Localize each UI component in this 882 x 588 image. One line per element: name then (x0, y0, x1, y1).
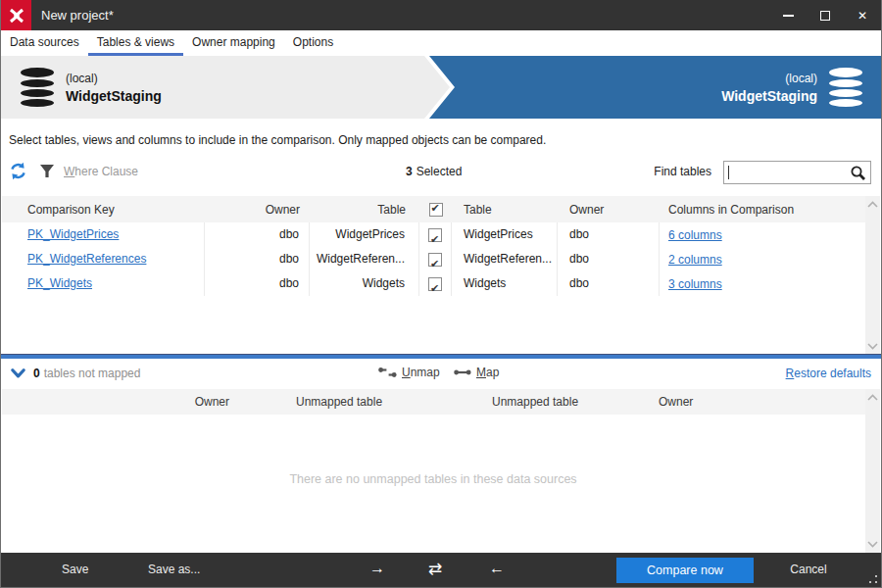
empty-unmapped-message: There are no unmapped tables in these da… (1, 472, 865, 486)
where-clause-link[interactable]: Where Clause (64, 165, 138, 178)
maximize-button[interactable] (807, 0, 844, 30)
header-comparison-key[interactable]: Comparison Key (2, 203, 205, 217)
tab-bar: Data sources Tables & views Owner mappin… (1, 30, 881, 56)
tab-tables-views[interactable]: Tables & views (88, 30, 183, 56)
table-row[interactable]: PK_WidgetReferences dbo WidgetReferen...… (2, 247, 865, 271)
owner-cell: dbo (558, 271, 660, 296)
not-mapped-number: 0 (33, 367, 40, 380)
owner-cell: dbo (205, 271, 310, 296)
maximize-icon (820, 11, 830, 21)
tab-data-sources[interactable]: Data sources (1, 30, 88, 56)
comparison-key-link[interactable]: PK_WidgetPrices (27, 227, 119, 241)
columns-link[interactable]: 3 columns (668, 277, 722, 291)
owner-cell: dbo (205, 222, 310, 247)
target-server: (local) (721, 70, 817, 87)
header-table-right[interactable]: Table (452, 203, 558, 217)
save-as-button[interactable]: Save as... (148, 563, 200, 576)
find-tables-label: Find tables (589, 165, 711, 178)
table-cell: WidgetReferen... (310, 247, 419, 271)
save-button[interactable]: Save (62, 563, 88, 576)
minimize-button[interactable] (769, 0, 807, 30)
owner-cell: dbo (558, 247, 660, 271)
table-cell: WidgetPrices (310, 222, 419, 247)
comparison-grid: Comparison Key Owner Table Table Owner C… (2, 196, 865, 296)
datasource-banner: (local) WidgetStaging (local) WidgetStag… (1, 56, 881, 119)
selected-count-number: 3 (406, 165, 413, 178)
tab-options[interactable]: Options (284, 30, 342, 56)
scrollbar[interactable] (865, 389, 880, 553)
swap-direction-icon[interactable]: ⇄ (428, 559, 442, 579)
title-bar: New project* ✕ (1, 0, 881, 30)
chevron-down-icon[interactable] (867, 342, 878, 350)
select-all-checkbox[interactable] (429, 203, 443, 217)
compare-glyph-icon (7, 6, 26, 25)
table-row[interactable]: PK_WidgetPrices dbo WidgetPrices WidgetP… (2, 222, 865, 247)
database-icon (21, 68, 54, 107)
not-mapped-label: tables not mapped (44, 367, 141, 380)
owner-cell: dbo (558, 222, 660, 247)
link-icon (454, 366, 471, 379)
unmapped-grid-header: Owner Unmapped table Unmapped table Owne… (2, 389, 865, 415)
columns-link[interactable]: 2 columns (668, 253, 722, 267)
chevron-up-icon[interactable] (867, 201, 878, 209)
selected-count: 3Selected (406, 165, 462, 178)
unmap-label: Unmap (402, 366, 440, 379)
table-cell: WidgetReferen... (452, 247, 558, 271)
refresh-icon[interactable] (9, 162, 27, 180)
search-icon[interactable] (850, 165, 866, 181)
database-icon (829, 68, 862, 107)
comparison-grid-header: Comparison Key Owner Table Table Owner C… (2, 196, 865, 222)
row-checkbox[interactable] (428, 253, 442, 267)
table-cell: Widgets (310, 271, 419, 296)
minimize-icon (783, 15, 794, 17)
row-checkbox[interactable] (428, 228, 442, 242)
close-button[interactable]: ✕ (844, 0, 881, 30)
chevron-down-icon[interactable] (867, 540, 878, 548)
not-mapped-count: 0tables not mapped (33, 367, 140, 380)
header-unmapped-table-right[interactable]: Unmapped table (492, 395, 578, 409)
expander-chevron-down-icon[interactable] (11, 368, 25, 379)
app-logo-icon (1, 0, 31, 30)
header-unmapped-table-left[interactable]: Unmapped table (296, 395, 382, 409)
cancel-button[interactable]: Cancel (781, 563, 836, 576)
sync-left-arrow-icon[interactable]: ← (489, 560, 505, 577)
text-caret (728, 166, 729, 179)
target-database: WidgetStaging (721, 87, 817, 105)
table-row[interactable]: PK_Widgets dbo Widgets Widgets dbo 3 col… (2, 271, 865, 296)
tab-owner-mapping[interactable]: Owner mapping (183, 30, 284, 56)
header-unmapped-owner-right[interactable]: Owner (659, 395, 693, 409)
sync-right-arrow-icon[interactable]: → (369, 560, 385, 577)
source-database: WidgetStaging (66, 87, 162, 105)
compare-now-button[interactable]: Compare now (616, 558, 754, 583)
header-owner-left[interactable]: Owner (205, 203, 310, 217)
header-columns-in-comparison[interactable]: Columns in Comparison (660, 203, 865, 217)
footer-bar: Save Save as... → ⇄ ← Compare now Cancel (1, 553, 881, 587)
table-cell: Widgets (452, 271, 558, 296)
comparison-key-link[interactable]: PK_WidgetReferences (27, 252, 146, 266)
columns-link[interactable]: 6 columns (668, 228, 722, 242)
window-controls: ✕ (769, 0, 881, 30)
restore-defaults-link[interactable]: Restore defaults (786, 367, 871, 380)
header-unmapped-owner-left[interactable]: Owner (10, 395, 229, 409)
row-checkbox[interactable] (428, 277, 442, 291)
filter-icon[interactable] (39, 164, 55, 178)
scrollbar[interactable] (865, 196, 880, 355)
table-cell: WidgetPrices (452, 222, 558, 247)
header-table-left[interactable]: Table (310, 203, 419, 217)
resize-grip[interactable] (868, 574, 877, 583)
instruction-text: Select tables, views and columns to incl… (9, 133, 546, 147)
unmap-button[interactable]: Unmap (378, 366, 440, 379)
selected-count-label: Selected (416, 165, 463, 178)
source-database-panel: (local) WidgetStaging (1, 56, 450, 119)
find-tables-box (723, 161, 871, 184)
toolbar: Where Clause 3Selected Find tables (1, 155, 881, 188)
map-label: Map (476, 366, 499, 379)
mapping-bar: 0tables not mapped Unmap Map Restore def… (1, 359, 881, 388)
target-database-panel: (local) WidgetStaging (429, 56, 881, 119)
chevron-up-icon[interactable] (867, 394, 878, 402)
window-title: New project* (41, 8, 769, 23)
header-owner-right[interactable]: Owner (558, 203, 660, 217)
map-button[interactable]: Map (454, 366, 499, 379)
app-window: New project* ✕ Data sources Tables & vie… (0, 0, 882, 588)
comparison-key-link[interactable]: PK_Widgets (27, 276, 92, 290)
